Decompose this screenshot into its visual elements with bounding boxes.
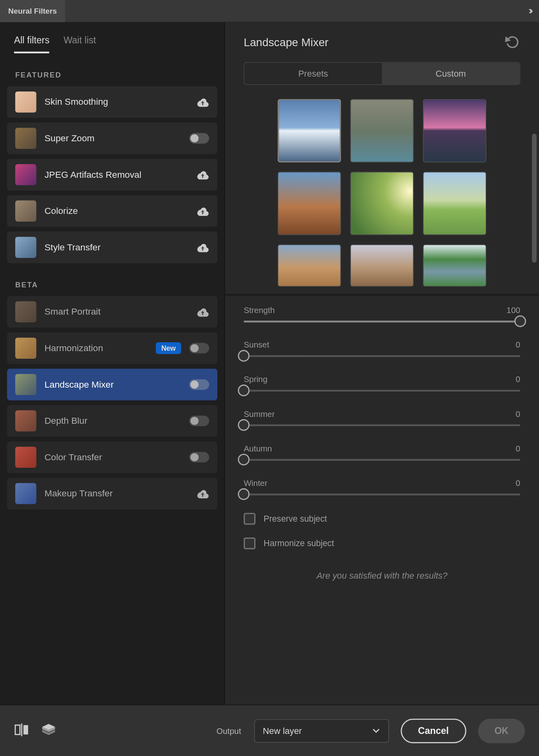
cloud-download-icon[interactable] bbox=[196, 307, 209, 317]
filter-content: Landscape Mixer Presets Custom Strength1… bbox=[225, 22, 539, 705]
slider-value: 0 bbox=[516, 409, 520, 419]
filter-toggle[interactable] bbox=[189, 452, 209, 462]
slider-label: Autumn bbox=[244, 444, 272, 453]
filter-toggle[interactable] bbox=[189, 343, 209, 354]
output-value: New layer bbox=[263, 726, 302, 736]
filter-label: Color Transfer bbox=[45, 452, 181, 462]
cloud-download-icon[interactable] bbox=[196, 242, 209, 252]
filter-style-transfer[interactable]: Style Transfer bbox=[7, 232, 217, 263]
segment-custom[interactable]: Custom bbox=[382, 63, 519, 84]
slider-value: 100 bbox=[507, 305, 520, 315]
checkbox-row[interactable]: Preserve subject bbox=[244, 513, 520, 524]
segment-presets[interactable]: Presets bbox=[244, 63, 382, 84]
filter-label: Super Zoom bbox=[45, 133, 181, 144]
filter-label: Makeup Transfer bbox=[45, 488, 188, 499]
preset-thumb[interactable] bbox=[278, 172, 341, 235]
tab-wait-list[interactable]: Wait list bbox=[63, 35, 96, 53]
slider-label: Sunset bbox=[244, 340, 270, 349]
filter-thumb bbox=[15, 374, 36, 395]
preset-thumb[interactable] bbox=[423, 244, 486, 287]
footer-bar: Output New layer Cancel OK bbox=[0, 705, 539, 756]
slider-label: Spring bbox=[244, 374, 267, 384]
filter-skin-smoothing[interactable]: Skin Smoothing bbox=[7, 86, 217, 118]
section-beta: BETA bbox=[0, 263, 224, 296]
slider-knob[interactable] bbox=[238, 488, 249, 500]
filter-depth-blur[interactable]: Depth Blur bbox=[7, 405, 217, 437]
layers-icon[interactable] bbox=[41, 722, 56, 740]
filter-thumb bbox=[15, 164, 36, 185]
slider-track[interactable] bbox=[244, 321, 520, 322]
preset-thumb[interactable] bbox=[278, 99, 341, 163]
slider-strength: Strength100 bbox=[244, 305, 520, 322]
slider-knob[interactable] bbox=[515, 315, 526, 327]
filter-thumb bbox=[15, 301, 36, 323]
slider-track[interactable] bbox=[244, 459, 520, 461]
output-label: Output bbox=[217, 726, 241, 735]
filter-thumb bbox=[15, 447, 36, 468]
filter-harmonization[interactable]: Harmonization New bbox=[7, 332, 217, 364]
slider-track[interactable] bbox=[244, 355, 520, 357]
preset-thumb[interactable] bbox=[351, 244, 414, 287]
filter-thumb bbox=[15, 337, 36, 359]
cancel-button[interactable]: Cancel bbox=[401, 718, 466, 743]
checkbox[interactable] bbox=[244, 538, 255, 549]
cloud-download-icon[interactable] bbox=[196, 206, 209, 216]
preset-thumb[interactable] bbox=[278, 244, 341, 287]
expand-icon[interactable]: ›› bbox=[529, 5, 539, 17]
filter-landscape-mixer[interactable]: Landscape Mixer bbox=[7, 369, 217, 400]
cloud-download-icon[interactable] bbox=[196, 169, 209, 180]
panel-tab-neural-filters[interactable]: Neural Filters bbox=[0, 0, 65, 22]
preset-thumb[interactable] bbox=[423, 99, 486, 163]
slider-track[interactable] bbox=[244, 494, 520, 495]
slider-knob[interactable] bbox=[238, 350, 249, 362]
filter-makeup-transfer[interactable]: Makeup Transfer bbox=[7, 478, 217, 510]
output-select[interactable]: New layer bbox=[254, 719, 389, 742]
panel-header: Neural Filters ›› bbox=[0, 0, 539, 22]
slider-label: Summer bbox=[244, 409, 275, 419]
filter-colorize[interactable]: Colorize bbox=[7, 195, 217, 227]
filter-thumb bbox=[15, 201, 36, 222]
filter-label: Landscape Mixer bbox=[45, 379, 181, 390]
badge-new: New bbox=[156, 342, 181, 354]
preset-thumb[interactable] bbox=[423, 172, 486, 235]
slider-label: Winter bbox=[244, 478, 267, 488]
slider-value: 0 bbox=[516, 374, 520, 384]
filter-smart-portrait[interactable]: Smart Portrait bbox=[7, 296, 217, 328]
tab-all-filters[interactable]: All filters bbox=[14, 35, 49, 53]
content-title: Landscape Mixer bbox=[244, 37, 328, 49]
cloud-download-icon[interactable] bbox=[196, 97, 209, 107]
filter-toggle[interactable] bbox=[189, 379, 209, 390]
slider-knob[interactable] bbox=[238, 384, 249, 396]
checkbox-label: Harmonize subject bbox=[263, 539, 334, 548]
cloud-download-icon[interactable] bbox=[196, 488, 209, 499]
survey-prompt: Are you satisfied with the results? bbox=[244, 562, 520, 581]
filter-thumb bbox=[15, 91, 36, 113]
slider-spring: Spring0 bbox=[244, 374, 520, 391]
checkbox-label: Preserve subject bbox=[263, 514, 327, 523]
filter-super-zoom[interactable]: Super Zoom bbox=[7, 122, 217, 154]
slider-track[interactable] bbox=[244, 425, 520, 426]
scrollbar-thumb[interactable] bbox=[532, 134, 537, 262]
slider-track[interactable] bbox=[244, 390, 520, 391]
svg-rect-1 bbox=[23, 725, 28, 734]
preset-thumb[interactable] bbox=[351, 99, 414, 163]
filter-color-transfer[interactable]: Color Transfer bbox=[7, 441, 217, 473]
filter-toggle[interactable] bbox=[189, 133, 209, 144]
filter-jpeg-artifacts[interactable]: JPEG Artifacts Removal bbox=[7, 159, 217, 191]
ok-button[interactable]: OK bbox=[478, 718, 525, 743]
slider-summer: Summer0 bbox=[244, 409, 520, 426]
reset-icon[interactable] bbox=[504, 35, 520, 51]
section-featured: FEATURED bbox=[0, 53, 224, 86]
filter-toggle[interactable] bbox=[189, 416, 209, 426]
filter-thumb bbox=[15, 411, 36, 432]
checkbox-row[interactable]: Harmonize subject bbox=[244, 538, 520, 549]
slider-value: 0 bbox=[516, 444, 520, 453]
checkbox[interactable] bbox=[244, 513, 255, 524]
chevron-down-icon bbox=[372, 726, 380, 736]
svg-rect-0 bbox=[15, 725, 20, 734]
slider-knob[interactable] bbox=[238, 419, 249, 431]
preset-thumb[interactable] bbox=[351, 172, 414, 235]
compare-icon[interactable] bbox=[14, 722, 29, 740]
slider-knob[interactable] bbox=[238, 454, 249, 465]
presets-custom-segment: Presets Custom bbox=[244, 62, 520, 85]
